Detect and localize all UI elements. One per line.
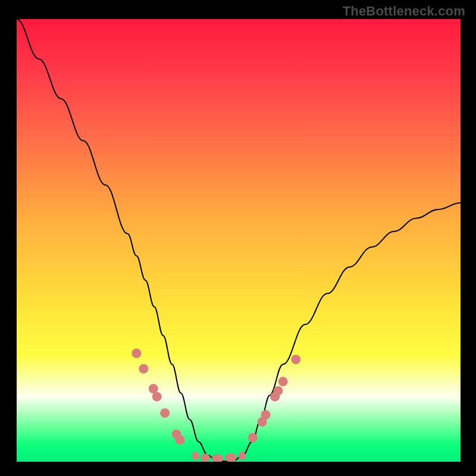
marker-dot (131, 349, 141, 358)
valley-dash (192, 452, 199, 460)
marker-dot (278, 377, 288, 386)
valley-dashes (192, 452, 246, 462)
marker-dot (139, 364, 148, 374)
marker-dot (248, 433, 258, 443)
marker-dot (176, 436, 185, 445)
marker-dot (152, 392, 162, 402)
marker-dot (291, 355, 300, 364)
markers-right (248, 355, 300, 443)
valley-dash (226, 453, 237, 462)
plot-area (17, 19, 461, 462)
marker-dot (261, 410, 271, 419)
valley-dash (201, 453, 210, 462)
attribution-text: TheBottleneck.com (343, 4, 465, 19)
bottleneck-curve (17, 19, 461, 461)
valley-dash (212, 455, 223, 462)
outer-frame: TheBottleneck.com (0, 0, 476, 476)
marker-dot (273, 386, 283, 396)
marker-dot (160, 408, 170, 418)
chart-svg (17, 19, 461, 462)
valley-dash (239, 452, 246, 460)
markers-left (131, 349, 184, 445)
